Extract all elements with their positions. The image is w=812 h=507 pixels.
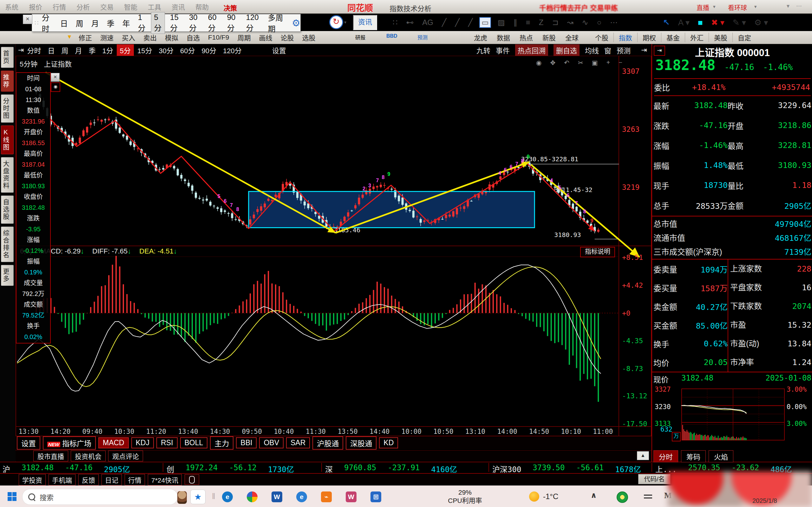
period-item-60分[interactable]: 60分 [208,13,219,33]
chart-period-tab-90分[interactable]: 90分 [201,45,216,55]
indicator-help-button[interactable]: 指标说明 [580,247,615,257]
drag-handle-icon[interactable]: ∷ [35,19,39,26]
chrome-icon[interactable] [247,492,258,502]
toolbar-item-画线[interactable]: 画线 [259,33,272,42]
segment-icon[interactable]: ╱ [455,18,459,27]
chart-settings-button[interactable]: 设置 [272,45,286,55]
undo-icon[interactable]: ↶ [564,59,569,66]
crosshair-icon[interactable]: ◉ [536,59,542,66]
research-button[interactable]: 研报 [355,33,365,41]
chart-period-tab-日[interactable]: 日 [48,45,55,55]
indicator-tab-主力[interactable]: 主力 [210,436,234,450]
chart-period-tab-5分[interactable]: 5分 [117,44,134,56]
pan-icon[interactable]: ✥ [550,59,555,66]
indicator-tab-设置[interactable]: 设置 [17,436,40,450]
period-item-分时[interactable]: 分时 [42,12,52,34]
grip-icon[interactable]: ∷ [393,18,397,27]
watch-global-button[interactable]: 看环球 [728,3,747,12]
toolbar-item-龙虎[interactable]: 龙虎 [474,33,487,42]
color-swatch[interactable]: ■ [698,18,703,27]
period-item-30分[interactable]: 30分 [189,13,200,33]
news-button[interactable]: 资讯 [353,15,377,30]
period-item-90分[interactable]: 90分 [227,13,238,33]
trendline-icon[interactable]: ╱ [442,18,446,27]
toolbar-item-买入[interactable]: 买入 [122,33,135,42]
zoom-in-icon[interactable]: + [606,59,610,66]
chevron-down-icon[interactable]: ▾ [754,4,757,9]
gear-icon[interactable]: ⚙ [292,17,300,29]
word-icon[interactable]: W [271,492,282,502]
tooltip-close-icon[interactable]: ✕ [51,73,60,82]
toolbar-item-F10/F9[interactable]: F10/F9 [208,34,229,41]
menu-item-decision[interactable]: 决策 [223,3,237,12]
live-button[interactable]: 直播 [697,3,709,12]
chart-feature-button-预测[interactable]: 预测 [617,45,630,55]
toolbar-item-新股[interactable]: 新股 [542,33,556,42]
toolbar-item-数据[interactable]: 数据 [497,33,510,42]
promo-text[interactable]: 千档行情去开户 交易甲练 [539,2,618,12]
category-item-自定[interactable]: 自定 [732,33,756,42]
indicator-tab-KDJ[interactable]: KDJ [131,437,154,448]
category-item-个股[interactable]: 个股 [590,33,613,42]
zigzag-icon[interactable]: Z [539,18,544,27]
tooltip-pin-icon[interactable]: ◉ [51,82,60,92]
menu-item-智能[interactable]: 智能 [124,2,137,11]
indicator-tab-OBV[interactable]: OBV [259,437,284,448]
live-tab-股市直播[interactable]: 股市直播 [33,451,68,461]
toolbar-item-修正[interactable]: 修正 [79,33,92,42]
wps-icon[interactable]: W [346,492,357,502]
forecast-button[interactable]: 预测 [417,33,427,41]
sidebar-tab-分时图[interactable]: 分时图 [1,95,14,123]
menu-item-报价[interactable]: 报价 [29,2,42,11]
period-item-多周期[interactable]: 多周期 [268,12,284,34]
bottom-tab-学投资[interactable]: 学投资 [19,474,46,486]
period-item-月[interactable]: 月 [91,17,99,29]
chart-feature-button-热点回溯[interactable]: 热点回溯 [515,44,548,56]
menu-item-资讯[interactable]: 资讯 [171,2,185,11]
index-group-沪深300[interactable]: 沪深3003739.50-56.611678亿 [492,463,641,474]
vertical-lines-icon[interactable]: ∥ [513,18,517,27]
lock-icon[interactable]: ▣ [592,59,598,66]
rectangle-icon[interactable]: ▭ [479,17,491,28]
toolbar-item-选股[interactable]: 选股 [302,33,316,42]
cpu-usage[interactable]: 29% CPU利用率 [440,488,490,505]
cursor-tool[interactable]: ↖ [663,18,670,27]
text-tool[interactable]: A ▾ [678,18,690,27]
toolbar-item-全球[interactable]: 全球 [565,33,578,42]
code-input[interactable]: 代码/名 [638,474,670,484]
draw-settings[interactable]: ⚙ ▾ [754,18,768,27]
search-input[interactable]: 搜索 [22,489,177,505]
pen-tool[interactable]: ✎ ▾ [733,18,746,27]
bottom-tab-7*24快讯[interactable]: 7*24快讯 [148,474,182,486]
sidebar-tab-大盘资料[interactable]: 大盘资料 [1,157,14,193]
menu-item-系统[interactable]: 系统 [5,2,18,11]
mini-tab-火焰[interactable]: 火焰 [709,450,733,462]
chevron-down-icon[interactable]: ▾ [344,20,346,25]
indicator-tab-MACD[interactable]: MACD [98,437,129,448]
category-item-外汇[interactable]: 外汇 [685,33,709,42]
live-tab-投资机会[interactable]: 投资机会 [71,451,106,461]
index-group-深[interactable]: 深9760.85-237.914160亿 [325,463,457,474]
weather-icon[interactable] [529,492,539,502]
menu-item-分析[interactable]: 分析 [77,2,90,11]
tray-settings-icon[interactable] [644,493,652,500]
live-tab-观点评论[interactable]: 观点评论 [108,451,143,461]
delete-tool[interactable]: ✖ ▾ [711,18,724,27]
toolbar-item-卖出[interactable]: 卖出 [143,33,157,42]
toolbar-item-模拟[interactable]: 模拟 [165,33,178,42]
bottom-tab-日记[interactable]: 日记 [101,474,122,486]
bottom-tab-反馈[interactable]: 反馈 [78,474,99,486]
period-item-15分[interactable]: 15分 [170,13,181,33]
sidebar-tab-K线图[interactable]: K线图 [1,125,14,154]
chart-period-tab-1分[interactable]: 1分 [102,45,113,55]
toolbar-item-测速[interactable]: 测速 [100,33,113,42]
toolbar-item-自选[interactable]: 自选 [187,33,200,42]
edge-icon[interactable]: e [222,492,233,502]
toolbar-item-热点[interactable]: 热点 [519,33,533,42]
collapse-right-icon[interactable]: ⇥ [641,46,647,54]
period-item-日[interactable]: 日 [60,17,68,29]
collapse-left-icon[interactable]: ⇥ [18,46,24,54]
menu-item-行情[interactable]: 行情 [53,2,66,11]
chart-period-tab-季[interactable]: 季 [89,45,96,55]
period-item-年[interactable]: 年 [122,17,130,29]
